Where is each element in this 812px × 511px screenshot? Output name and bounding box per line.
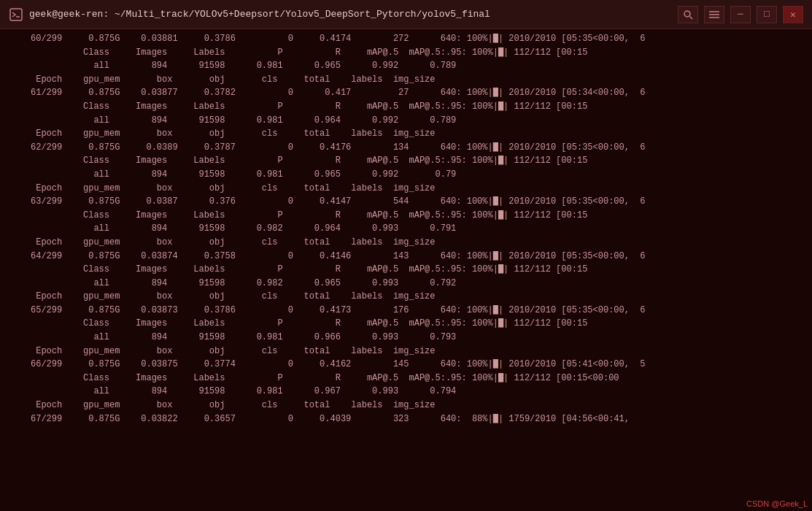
terminal-line: 67/299 0.875G 0.03822 0.3657 0 0.4039 32… xyxy=(4,412,808,426)
terminal-line: Class Images Labels P R mAP@.5 mAP@.5:.9… xyxy=(4,209,808,223)
close-button[interactable]: ✕ xyxy=(783,6,803,23)
terminal-line: Epoch gpu_mem box obj cls total labels i… xyxy=(4,290,808,304)
terminal-line: 64/299 0.875G 0.03874 0.3758 0 0.4146 14… xyxy=(4,250,808,264)
terminal-line: all 894 91598 0.981 0.965 0.992 0.789 xyxy=(4,59,808,73)
window-title: geek@geek-ren: ~/Multi_track/YOLOv5+Deep… xyxy=(29,9,490,20)
terminal-line: all 894 91598 0.981 0.965 0.992 0.79 xyxy=(4,168,808,182)
terminal-line: all 894 91598 0.981 0.966 0.993 0.793 xyxy=(4,331,808,345)
terminal-line: all 894 91598 0.981 0.964 0.992 0.789 xyxy=(4,114,808,128)
svg-point-2 xyxy=(684,11,690,17)
terminal-line: all 894 91598 0.981 0.967 0.993 0.794 xyxy=(4,385,808,399)
terminal-line: Epoch gpu_mem box obj cls total labels i… xyxy=(4,182,808,196)
window-controls: ─ □ ✕ xyxy=(678,6,803,23)
terminal-line: Class Images Labels P R mAP@.5 mAP@.5:.9… xyxy=(4,154,808,168)
terminal-line: Epoch gpu_mem box obj cls total labels i… xyxy=(4,73,808,87)
terminal-line: Class Images Labels P R mAP@.5 mAP@.5:.9… xyxy=(4,263,808,277)
terminal-line: all 894 91598 0.982 0.965 0.993 0.792 xyxy=(4,277,808,291)
terminal-line: Class Images Labels P R mAP@.5 mAP@.5:.9… xyxy=(4,46,808,60)
terminal-line: 63/299 0.875G 0.0387 0.376 0 0.4147 544 … xyxy=(4,195,808,209)
menu-button[interactable] xyxy=(704,6,724,23)
title-bar: geek@geek-ren: ~/Multi_track/YOLOv5+Deep… xyxy=(0,0,812,29)
terminal-line: Epoch gpu_mem box obj cls total labels i… xyxy=(4,236,808,250)
terminal-icon xyxy=(9,7,23,22)
terminal-line: Epoch gpu_mem box obj cls total labels i… xyxy=(4,399,808,412)
svg-line-3 xyxy=(690,16,693,19)
terminal-line: Class Images Labels P R mAP@.5 mAP@.5:.9… xyxy=(4,100,808,114)
terminal-line: 60/299 0.875G 0.03881 0.3786 0 0.4174 27… xyxy=(4,32,808,46)
terminal-line: 66/299 0.875G 0.03875 0.3774 0 0.4162 14… xyxy=(4,358,808,372)
terminal-line: Epoch gpu_mem box obj cls total labels i… xyxy=(4,127,808,141)
terminal-line: all 894 91598 0.982 0.964 0.993 0.791 xyxy=(4,222,808,236)
watermark: CSDN @Geek_L xyxy=(746,499,808,508)
title-bar-left: geek@geek-ren: ~/Multi_track/YOLOv5+Deep… xyxy=(9,7,490,22)
terminal-line: Class Images Labels P R mAP@.5 mAP@.5:.9… xyxy=(4,372,808,385)
terminal-line: 61/299 0.875G 0.03877 0.3782 0 0.417 27 … xyxy=(4,86,808,100)
maximize-button[interactable]: □ xyxy=(757,6,777,23)
terminal-line: 65/299 0.875G 0.03873 0.3786 0 0.4173 17… xyxy=(4,304,808,318)
minimize-button[interactable]: ─ xyxy=(730,6,751,23)
terminal-output: 60/299 0.875G 0.03881 0.3786 0 0.4174 27… xyxy=(0,29,812,511)
terminal-line: Class Images Labels P R mAP@.5 mAP@.5:.9… xyxy=(4,317,808,331)
search-button[interactable] xyxy=(678,6,698,23)
terminal-line: 62/299 0.875G 0.0389 0.3787 0 0.4176 134… xyxy=(4,141,808,155)
terminal-line: Epoch gpu_mem box obj cls total labels i… xyxy=(4,345,808,358)
